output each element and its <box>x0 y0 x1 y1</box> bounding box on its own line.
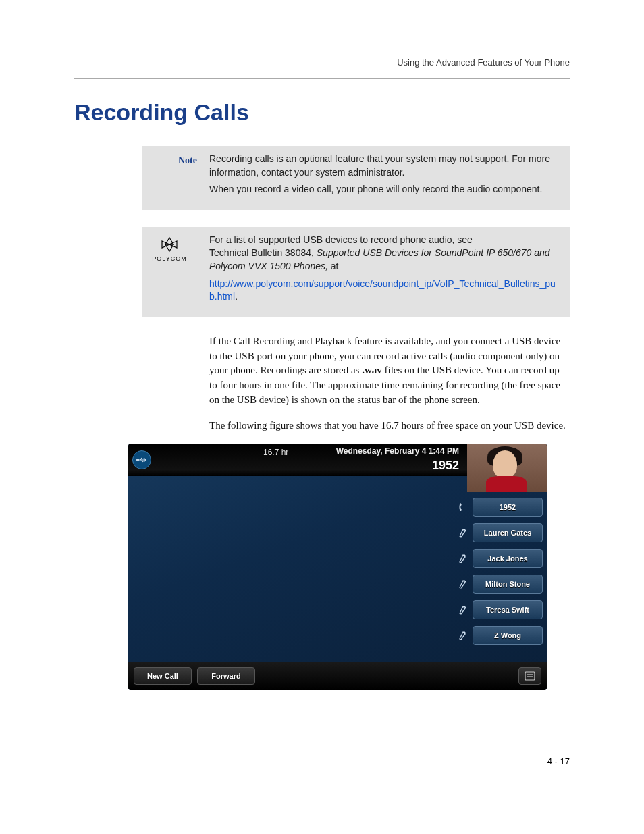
menu-button[interactable] <box>518 667 541 685</box>
link-period: . <box>235 291 238 302</box>
contacts-list: 1952 Lauren Gates Jack Jones <box>456 498 543 652</box>
polycom-text-a: For a list of supported USB devices to r… <box>209 234 473 245</box>
speed-dial-button[interactable]: Teresa Swift <box>473 600 543 619</box>
running-header: Using the Advanced Features of Your Phon… <box>74 57 570 68</box>
note-line-1: Recording calls is an optional feature t… <box>209 153 560 179</box>
note-label: Note <box>178 155 197 165</box>
handset-icon <box>456 500 470 514</box>
speed-dial-row: Lauren Gates <box>456 523 543 542</box>
line-key-row: 1952 <box>456 498 543 517</box>
polycom-callout: POLYCOM For a list of supported USB devi… <box>142 227 570 317</box>
technical-bulletin-link[interactable]: http://www.polycom.com/support/voice/sou… <box>209 278 556 303</box>
usb-icon <box>132 450 151 469</box>
page-number: 4 - 17 <box>547 756 570 766</box>
speeddial-icon <box>456 629 470 642</box>
new-call-button[interactable]: New Call <box>134 667 192 685</box>
speed-dial-button[interactable]: Z Wong <box>473 626 543 645</box>
line-key-button[interactable]: 1952 <box>473 498 543 517</box>
polycom-logo: POLYCOM <box>142 234 209 308</box>
free-space-label: 16.7 hr <box>263 448 288 457</box>
svg-rect-2 <box>525 672 535 680</box>
speeddial-icon <box>456 603 470 617</box>
note-line-2: When you record a video call, your phone… <box>209 183 560 197</box>
speeddial-icon <box>456 577 470 591</box>
polycom-text-b: Technical Bulletin 38084, <box>209 247 317 258</box>
speed-dial-row: Z Wong <box>456 626 543 645</box>
phone-main-area: 1952 Lauren Gates Jack Jones <box>128 476 547 662</box>
speeddial-icon <box>456 526 470 540</box>
softkey-bar: New Call Forward <box>128 662 547 690</box>
phone-status-bar: 16.7 hr Wednesday, February 4 1:44 PM 19… <box>128 444 547 476</box>
speed-dial-row: Teresa Swift <box>456 600 543 619</box>
datetime-label: Wednesday, February 4 1:44 PM <box>336 446 459 456</box>
extension-label: 1952 <box>432 459 459 473</box>
speed-dial-button[interactable]: Lauren Gates <box>473 523 543 542</box>
section-title: Recording Calls <box>74 99 570 126</box>
speed-dial-button[interactable]: Jack Jones <box>473 549 543 568</box>
speeddial-icon <box>456 552 470 565</box>
body-paragraph-2: The following figure shows that you have… <box>209 419 570 434</box>
polycom-logo-text: POLYCOM <box>142 255 197 262</box>
polycom-text-c: at <box>328 261 339 271</box>
body-paragraph-1: If the Call Recording and Playback featu… <box>209 334 570 408</box>
speed-dial-row: Jack Jones <box>456 549 543 568</box>
phone-screenshot: 16.7 hr Wednesday, February 4 1:44 PM 19… <box>128 444 547 690</box>
header-rule <box>74 78 570 79</box>
polycom-logo-icon <box>142 236 197 255</box>
speed-dial-row: Milton Stone <box>456 575 543 594</box>
note-callout: Note Recording calls is an optional feat… <box>142 146 570 210</box>
forward-button[interactable]: Forward <box>197 667 255 685</box>
speed-dial-button[interactable]: Milton Stone <box>473 575 543 594</box>
body-para1-bold: .wav <box>362 365 382 375</box>
